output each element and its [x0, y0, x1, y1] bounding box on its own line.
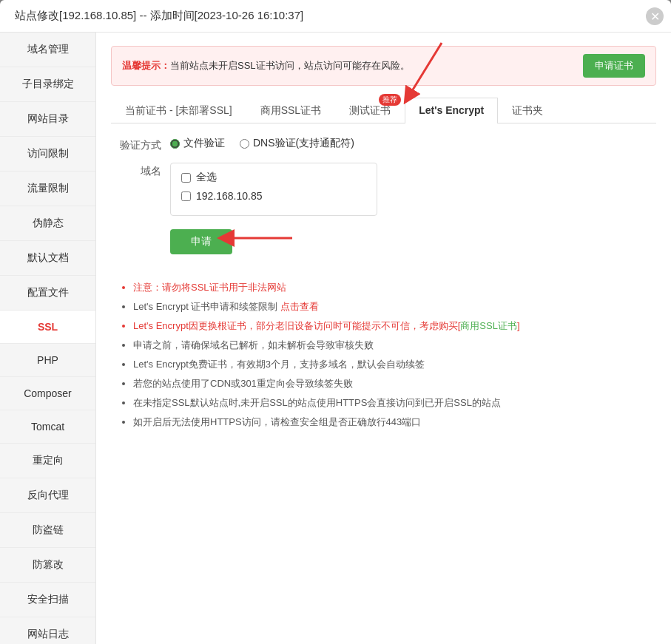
- sidebar-item-redirect[interactable]: 重定向: [0, 444, 95, 478]
- ssl-warning-alert: 温馨提示：当前站点未开启SSL证书访问，站点访问可能存在风险。 申请证书: [111, 46, 656, 86]
- submit-button[interactable]: 申请: [170, 229, 232, 254]
- form-section: 验证方式 文件验证 DNS验证(支持通配符) 域名: [111, 137, 656, 216]
- sidebar-item-subdir-bind[interactable]: 子目录绑定: [0, 67, 95, 102]
- tab-commercial-ssl[interactable]: 商用SSL证书: [246, 98, 335, 123]
- tab-test-cert[interactable]: 测试证书 推荐: [335, 98, 405, 123]
- sidebar: 域名管理子目录绑定网站目录访问限制流量限制伪静态默认文档配置文件SSLPHPCo…: [0, 33, 96, 644]
- tab-current-cert[interactable]: 当前证书 - [未部署SSL]: [111, 98, 246, 123]
- file-verify-option[interactable]: 文件验证: [170, 137, 225, 150]
- note-1: 注意：请勿将SSL证书用于非法网站: [133, 281, 656, 294]
- domain-label: 域名: [111, 163, 170, 178]
- note-3: Let's Encrypt因更换根证书，部分老旧设备访问时可能提示不可信，考虑购…: [133, 319, 656, 333]
- notes-list: 注意：请勿将SSL证书用于非法网站 Let's Encrypt 证书申请和续签限…: [118, 281, 656, 429]
- close-button[interactable]: ✕: [646, 7, 664, 25]
- warning-prefix: 温馨提示：: [122, 60, 170, 71]
- verify-label: 验证方式: [111, 137, 170, 152]
- sidebar-item-default-doc[interactable]: 默认文档: [0, 241, 95, 276]
- submit-area: 申请: [111, 229, 656, 268]
- domain-box: 全选 192.168.10.85: [170, 163, 377, 216]
- ip-checkbox[interactable]: [181, 191, 191, 201]
- note-2-link[interactable]: 点击查看: [280, 301, 319, 312]
- note-8: 如开启后无法使用HTTPS访问，请检查安全组是否正确放行443端口: [133, 416, 656, 429]
- sidebar-item-pseudo-static[interactable]: 伪静态: [0, 206, 95, 241]
- sidebar-item-php[interactable]: PHP: [0, 344, 95, 377]
- commercial-ssl-link[interactable]: 商用SSL证书: [460, 320, 517, 331]
- ip-checkbox-row[interactable]: 192.168.10.85: [181, 190, 366, 202]
- note-6: 若您的站点使用了CDN或301重定向会导致续签失败: [133, 377, 656, 390]
- select-all-label: 全选: [196, 171, 217, 184]
- domain-row: 域名 全选 192.168.10.85: [111, 163, 656, 216]
- test-cert-badge: 推荐: [379, 94, 401, 106]
- tab-cert-folder[interactable]: 证书夹: [498, 98, 557, 123]
- sidebar-item-site-dir[interactable]: 网站目录: [0, 102, 95, 137]
- sidebar-item-site-log[interactable]: 网站日志: [0, 617, 95, 644]
- sidebar-item-ssl[interactable]: SSL: [0, 311, 95, 344]
- note-5: Let's Encrypt免费证书，有效期3个月，支持多域名，默认会自动续签: [133, 358, 656, 371]
- content-area: 温馨提示：当前站点未开启SSL证书访问，站点访问可能存在风险。 申请证书 当前证…: [96, 33, 671, 644]
- sidebar-item-domain-mgmt[interactable]: 域名管理: [0, 33, 95, 67]
- warning-text: 温馨提示：当前站点未开启SSL证书访问，站点访问可能存在风险。: [122, 59, 410, 72]
- sidebar-item-hotlink[interactable]: 防盗链: [0, 513, 95, 548]
- sidebar-item-anti-tamper[interactable]: 防篡改: [0, 548, 95, 583]
- sidebar-item-access-limit[interactable]: 访问限制: [0, 137, 95, 172]
- modal-body: 域名管理子目录绑定网站目录访问限制流量限制伪静态默认文档配置文件SSLPHPCo…: [0, 33, 671, 644]
- sidebar-item-config-file[interactable]: 配置文件: [0, 276, 95, 311]
- select-all-checkbox-row[interactable]: 全选: [181, 171, 366, 184]
- modal-title: 站点修改[192.168.10.85] -- 添加时间[2023-10-26 1…: [15, 9, 303, 23]
- file-verify-radio[interactable]: [170, 139, 180, 149]
- ip-label: 192.168.10.85: [196, 190, 263, 202]
- sidebar-item-composer[interactable]: Composer: [0, 377, 95, 410]
- note-4: 申请之前，请确保域名已解析，如未解析会导致审核失败: [133, 339, 656, 352]
- tabs-container: 当前证书 - [未部署SSL] 商用SSL证书 测试证书 推荐 Let's En…: [111, 98, 656, 123]
- note-2: Let's Encrypt 证书申请和续签限制 点击查看: [133, 300, 656, 313]
- main-modal: 站点修改[192.168.10.85] -- 添加时间[2023-10-26 1…: [0, 0, 671, 644]
- sidebar-item-traffic-limit[interactable]: 流量限制: [0, 172, 95, 206]
- apply-cert-button[interactable]: 申请证书: [583, 54, 645, 78]
- sidebar-item-security-scan[interactable]: 安全扫描: [0, 583, 95, 617]
- dns-verify-label: DNS验证(支持通配符): [253, 137, 354, 150]
- dns-verify-option[interactable]: DNS验证(支持通配符): [240, 137, 354, 150]
- select-all-checkbox[interactable]: [181, 173, 191, 183]
- dns-verify-radio[interactable]: [240, 139, 249, 149]
- verify-method-row: 验证方式 文件验证 DNS验证(支持通配符): [111, 137, 656, 152]
- tab-lets-encrypt[interactable]: Let's Encrypt: [405, 98, 498, 123]
- note-7: 在未指定SSL默认站点时,未开启SSL的站点使用HTTPS会直接访问到已开启SS…: [133, 396, 656, 410]
- verify-radio-group: 文件验证 DNS验证(支持通配符): [170, 137, 354, 150]
- sidebar-item-tomcat[interactable]: Tomcat: [0, 410, 95, 444]
- file-verify-label: 文件验证: [183, 137, 225, 150]
- sidebar-item-reverse-proxy[interactable]: 反向代理: [0, 478, 95, 513]
- modal-header: 站点修改[192.168.10.85] -- 添加时间[2023-10-26 1…: [0, 0, 671, 33]
